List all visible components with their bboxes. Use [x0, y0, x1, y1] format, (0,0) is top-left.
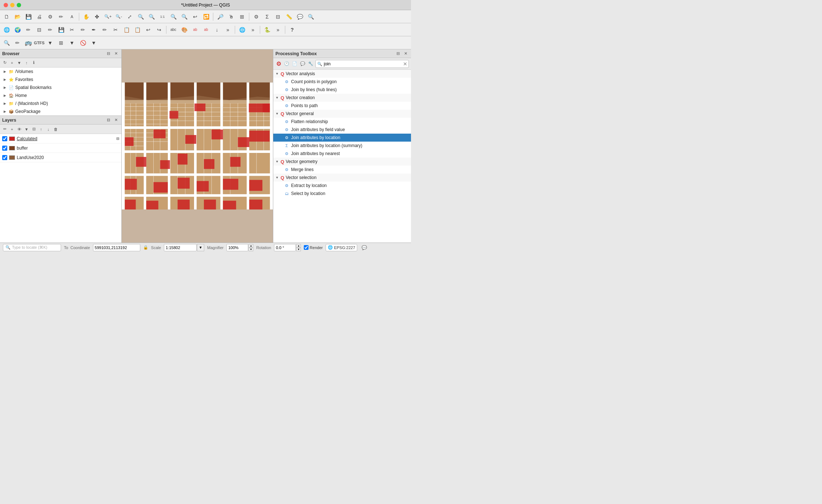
- style-button[interactable]: 🎨: [179, 25, 189, 35]
- tool-merge-lines[interactable]: ⚙ Merge lines: [273, 166, 411, 174]
- zoom-in-button[interactable]: 🔍+: [103, 12, 113, 22]
- spinner-down-button[interactable]: ▼: [249, 248, 253, 251]
- globe-button[interactable]: 🌐: [237, 25, 247, 35]
- reload-button[interactable]: 🔁: [201, 12, 211, 22]
- statistics-button[interactable]: Σ: [262, 12, 272, 22]
- tool-select-location[interactable]: 🗂 Select by location: [273, 190, 411, 198]
- browser-close-button[interactable]: ✕: [113, 50, 119, 57]
- browser-item-volumes[interactable]: ▶ 📁 /Volumes: [0, 68, 121, 76]
- browser-add-button[interactable]: +: [9, 60, 15, 66]
- category-header-vector-general[interactable]: ▼ Q Vector general: [273, 110, 411, 118]
- pan-button[interactable]: ✋: [81, 12, 91, 22]
- browser-item-macintosh[interactable]: ▶ 📁 / (Macintosh HD): [0, 99, 121, 107]
- copy-button[interactable]: 📋: [121, 25, 132, 35]
- attr-table-button[interactable]: ⊟: [273, 12, 283, 22]
- cut2-button[interactable]: ✂: [110, 25, 121, 35]
- project-properties-button[interactable]: ⚙: [45, 12, 55, 22]
- rotation-down-button[interactable]: ▼: [296, 248, 301, 251]
- scale-input[interactable]: [164, 244, 197, 251]
- edit-location-button[interactable]: ✏: [12, 38, 23, 48]
- browser-item-home[interactable]: ▶ 🏠 Home: [0, 92, 121, 99]
- zoom-layer-button[interactable]: 🔍: [136, 12, 146, 22]
- zoom-selection-button[interactable]: 🔍: [146, 12, 157, 22]
- zoom-last-button[interactable]: 🔍: [168, 12, 178, 22]
- save2-button[interactable]: 💾: [56, 25, 66, 35]
- draw-button[interactable]: ✒: [89, 25, 99, 35]
- select-btn2[interactable]: ▼: [89, 38, 99, 48]
- undo-button[interactable]: ↩: [143, 25, 153, 35]
- minimize-button[interactable]: [10, 3, 15, 7]
- cancel-button[interactable]: 🚫: [78, 38, 88, 48]
- browser-filter-button[interactable]: ▼: [16, 60, 23, 66]
- identify-button[interactable]: 🔎: [215, 12, 225, 22]
- tool-flatten-relationship[interactable]: ⚙ Flatten relationship: [273, 118, 411, 126]
- layers-group-button[interactable]: ⊟: [31, 126, 37, 133]
- browser-refresh-button[interactable]: ↻: [1, 60, 8, 66]
- layer-item-landuse[interactable]: LandUse2020: [0, 153, 121, 162]
- label-button[interactable]: abc: [168, 25, 178, 35]
- tool-join-lines[interactable]: ⚙ Join by lines (hub lines): [273, 86, 411, 94]
- toolbox-search-input[interactable]: [315, 60, 409, 68]
- tool-join-attr-location-summary[interactable]: Σ Join attributes by location (summary): [273, 142, 411, 150]
- settings-button[interactable]: ⚙: [251, 12, 261, 22]
- edit2-button[interactable]: ✏: [23, 25, 33, 35]
- category-header-vector-geometry[interactable]: ▼ Q Vector geometry: [273, 158, 411, 166]
- layer-checkbox-buffer[interactable]: [2, 146, 7, 151]
- paste-button[interactable]: 📋: [132, 25, 142, 35]
- label3-button[interactable]: ab: [201, 25, 211, 35]
- cut-button[interactable]: ✂: [67, 25, 77, 35]
- zoom-native-button[interactable]: 1:1: [157, 12, 168, 22]
- measure-button[interactable]: 📏: [284, 12, 294, 22]
- spell-button[interactable]: A: [67, 12, 77, 22]
- layers-close-button[interactable]: ✕: [113, 117, 119, 123]
- settings2-button[interactable]: 🔧: [307, 61, 314, 67]
- render-checkbox[interactable]: [304, 245, 309, 250]
- python-button[interactable]: 🐍: [262, 25, 272, 35]
- tool-count-points-polygon[interactable]: ⚙ Count points in polygon: [273, 78, 411, 86]
- edit-button[interactable]: ✏: [56, 12, 66, 22]
- processing-dock-button[interactable]: ⊟: [395, 50, 401, 57]
- layer-button[interactable]: ⊞: [56, 38, 66, 48]
- message-button[interactable]: 💬: [360, 244, 368, 252]
- zoom-out-button[interactable]: 🔍-: [114, 12, 124, 22]
- layer-checkbox-landuse[interactable]: [2, 155, 7, 160]
- search-button2[interactable]: 🔍: [306, 12, 316, 22]
- gtfs-button[interactable]: GTFS: [34, 38, 44, 48]
- layers-add-button[interactable]: +: [9, 126, 15, 133]
- label2-button[interactable]: ab: [190, 25, 200, 35]
- edit3-button[interactable]: ⊟: [34, 25, 44, 35]
- spinner-up-button[interactable]: ▲: [249, 244, 253, 248]
- zoom-next-button[interactable]: 🔍: [179, 12, 189, 22]
- layers-visible-button[interactable]: 👁: [16, 126, 23, 133]
- more3-button[interactable]: »: [273, 25, 283, 35]
- browser-dock-button[interactable]: ⊟: [105, 50, 112, 57]
- magnifier-input[interactable]: [226, 244, 248, 251]
- tool-extract-location[interactable]: ⚙ Extract by location: [273, 182, 411, 190]
- layers-remove-button[interactable]: 🗑: [52, 126, 59, 133]
- refresh-button[interactable]: ↩: [190, 12, 200, 22]
- category-header-vector-creation[interactable]: ▼ Q Vector creation: [273, 94, 411, 102]
- layers-up-button[interactable]: ↑: [38, 126, 44, 133]
- open-project-button[interactable]: 📂: [12, 12, 23, 22]
- tool-join-attr-nearest[interactable]: ⚙ Join attributes by nearest: [273, 150, 411, 158]
- layer-checkbox-calculated[interactable]: [2, 136, 7, 141]
- more2-button[interactable]: »: [248, 25, 258, 35]
- maximize-button[interactable]: [17, 3, 21, 7]
- category-header-vector-selection[interactable]: ▼ Q Vector selection: [273, 174, 411, 182]
- print-button[interactable]: 🖨: [34, 12, 44, 22]
- history-button[interactable]: 🕐: [283, 61, 290, 67]
- run-button[interactable]: ⚙: [275, 61, 282, 67]
- search-clear-button[interactable]: ✕: [403, 61, 407, 66]
- help-button[interactable]: ?: [287, 25, 297, 35]
- browser-info-button[interactable]: ℹ: [31, 60, 37, 66]
- results-button[interactable]: 📄: [291, 61, 298, 67]
- pan-map-button[interactable]: ✤: [92, 12, 102, 22]
- rotation-input[interactable]: [274, 244, 296, 251]
- digitize-button[interactable]: 🌐: [1, 25, 12, 35]
- browser-item-favorites[interactable]: ▶ ⭐ Favorites: [0, 76, 121, 84]
- browser-item-bookmarks[interactable]: ▶ 📄 Spatial Bookmarks: [0, 84, 121, 92]
- tool-join-attr-location[interactable]: ⚙ Join attributes by location: [273, 134, 411, 142]
- layers-down-button[interactable]: ↓: [45, 126, 52, 133]
- layer-dropdown-button[interactable]: ▼: [67, 38, 77, 48]
- redo-button[interactable]: ↪: [154, 25, 164, 35]
